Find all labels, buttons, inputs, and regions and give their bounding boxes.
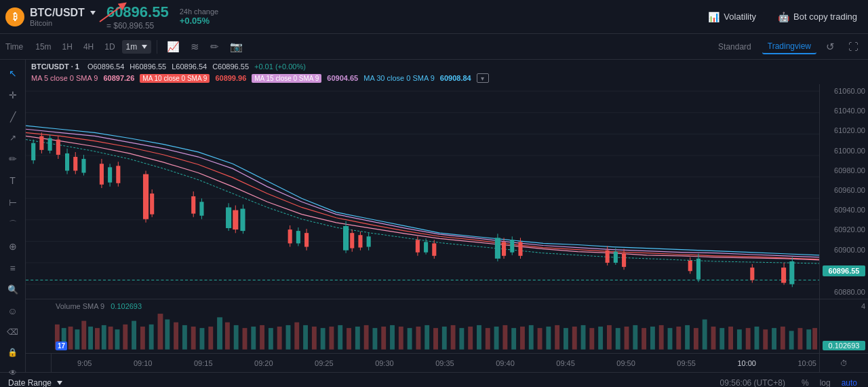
interval-1d[interactable]: 1D <box>100 40 119 54</box>
svg-rect-132 <box>416 327 420 350</box>
time-axis-labels: 9:05 09:10 09:15 09:20 09:25 09:30 09:35… <box>52 354 819 372</box>
smile-tool[interactable]: ☺ <box>5 303 20 319</box>
bot-copy-label: Bot copy trading <box>793 12 857 22</box>
volume-chart[interactable]: Volume SMA 9 0.102693 17 <box>26 299 819 353</box>
tv-logo: 17 <box>56 342 67 350</box>
price-area: 60896.55 = $60,896.55 <box>106 3 169 31</box>
interval-4h[interactable]: 4H <box>79 40 98 54</box>
log-button[interactable]: log <box>817 377 833 388</box>
svg-rect-109 <box>217 317 222 349</box>
text-tool[interactable]: T <box>7 172 18 189</box>
svg-rect-144 <box>520 327 525 350</box>
svg-rect-154 <box>607 325 612 350</box>
indicators-icon[interactable]: ≋ <box>186 38 203 56</box>
price-60880: 60880.00 <box>823 288 865 296</box>
line-tool[interactable]: ╱ <box>7 109 18 125</box>
svg-rect-168 <box>728 327 733 350</box>
chart-close: C60896.55 <box>212 62 249 71</box>
cursor-tool[interactable]: ↖ <box>6 65 20 81</box>
chart-type-icon[interactable]: 📈 <box>163 38 184 56</box>
svg-rect-119 <box>303 325 308 350</box>
symbol-block[interactable]: ₿ BTC/USDT Bitcoin <box>5 7 96 27</box>
zoom-tool[interactable]: 🔍 <box>5 282 21 297</box>
symbol-name[interactable]: BTC/USDT <box>30 7 96 19</box>
pencil-tool[interactable]: ✏ <box>6 151 20 167</box>
svg-rect-107 <box>200 328 205 350</box>
svg-rect-164 <box>694 328 698 350</box>
time-905: 9:05 <box>77 359 92 367</box>
camera-icon[interactable]: 📷 <box>226 38 247 56</box>
interval-15m[interactable]: 15m <box>31 40 55 54</box>
view-tradingview[interactable]: Tradingview <box>762 39 816 54</box>
price-current: 60896.55 <box>823 265 865 276</box>
svg-rect-130 <box>399 327 403 350</box>
svg-rect-155 <box>616 328 620 350</box>
collapse-ma-button[interactable]: ▾ <box>477 73 489 83</box>
chart-svg <box>26 84 819 299</box>
time-scale-right[interactable]: ⏱ <box>819 354 868 372</box>
chart-open: O60896.54 <box>87 62 124 71</box>
fullscreen-icon[interactable]: ⛶ <box>844 38 863 55</box>
ma15-label[interactable]: MA 15 close 0 SMA 9 <box>252 74 321 83</box>
svg-rect-151 <box>581 325 586 350</box>
svg-rect-99 <box>132 321 136 350</box>
view-standard[interactable]: Standard <box>713 40 757 54</box>
magnet-tool[interactable]: ⊕ <box>6 238 20 255</box>
svg-rect-163 <box>685 325 690 350</box>
selected-interval-text: 1m <box>126 42 138 52</box>
candlestick-chart[interactable] <box>26 84 819 299</box>
lock-tool[interactable]: 🔒 <box>5 345 20 360</box>
change-value: +0.05% <box>180 16 219 26</box>
bottom-bar: Date Range 09:56:06 (UTC+8) % log auto <box>0 372 868 387</box>
drawing-icon[interactable]: ✏ <box>206 38 223 56</box>
time-940: 09:40 <box>496 359 515 367</box>
toolbar: Time 15m 1H 4H 1D 1m 📈 ≋ ✏ 📷 Standard Tr… <box>0 34 868 60</box>
svg-rect-158 <box>642 328 646 350</box>
svg-rect-160 <box>659 325 664 350</box>
svg-rect-149 <box>564 328 568 350</box>
svg-rect-177 <box>806 329 811 349</box>
svg-rect-105 <box>182 325 187 350</box>
arrow-tool[interactable]: ↗ <box>7 130 19 145</box>
symbol-info: BTC/USDT Bitcoin <box>30 7 96 27</box>
ma30-label[interactable]: MA 30 close 0 SMA 9 <box>363 74 435 82</box>
svg-rect-101 <box>149 325 154 350</box>
chart-drawing-area: 61060.00 61040.00 61020.00 61000.00 6098… <box>26 84 868 299</box>
svg-rect-174 <box>781 327 785 350</box>
svg-rect-116 <box>277 327 282 350</box>
measure-tool[interactable]: ⊢ <box>6 194 20 210</box>
svg-rect-96 <box>108 327 113 350</box>
volume-label: Volume SMA 9 <box>56 302 104 310</box>
svg-rect-159 <box>650 327 655 350</box>
bottom-controls: % log auto <box>799 377 860 388</box>
percent-button[interactable]: % <box>799 377 812 388</box>
header: ₿ BTC/USDT Bitcoin 60896.55 = $60,896.55… <box>0 0 868 34</box>
symbol-text: BTC/USDT <box>30 7 85 19</box>
time-axis: 9:05 09:10 09:15 09:20 09:25 09:30 09:35… <box>26 353 868 372</box>
svg-rect-103 <box>165 319 170 349</box>
time-910: 09:10 <box>134 359 153 367</box>
brush-tool[interactable]: ⌒ <box>6 216 20 233</box>
eraser-tool[interactable]: ⌫ <box>4 325 21 339</box>
toolbar-separator-1 <box>157 40 157 54</box>
svg-rect-142 <box>502 325 507 350</box>
ma10-label[interactable]: MA 10 close 0 SMA 9 <box>140 74 210 83</box>
svg-rect-128 <box>381 327 386 350</box>
interval-1m-selected[interactable]: 1m <box>122 40 152 54</box>
crosshair-tool[interactable]: ✛ <box>6 87 20 103</box>
interval-1h[interactable]: 1H <box>58 40 77 54</box>
red-arrow-annotation <box>93 0 134 25</box>
time-1005: 10:05 <box>797 359 816 367</box>
auto-button[interactable]: auto <box>839 377 860 388</box>
chart-title: BTC/USDT · 1 <box>31 62 79 71</box>
bot-copy-button[interactable]: 🤖 Bot copy trading <box>772 9 863 25</box>
svg-rect-117 <box>286 325 291 350</box>
volatility-button[interactable]: 📊 Volatility <box>703 9 762 25</box>
svg-rect-42 <box>240 208 245 231</box>
refresh-icon[interactable]: ↺ <box>822 38 839 56</box>
layers-tool[interactable]: ≡ <box>7 260 18 276</box>
ma5-val: 60897.26 <box>103 74 134 82</box>
svg-rect-113 <box>251 327 256 350</box>
date-range-button[interactable]: Date Range <box>8 378 62 388</box>
ma5-label[interactable]: MA 5 close 0 SMA 9 <box>31 74 98 82</box>
